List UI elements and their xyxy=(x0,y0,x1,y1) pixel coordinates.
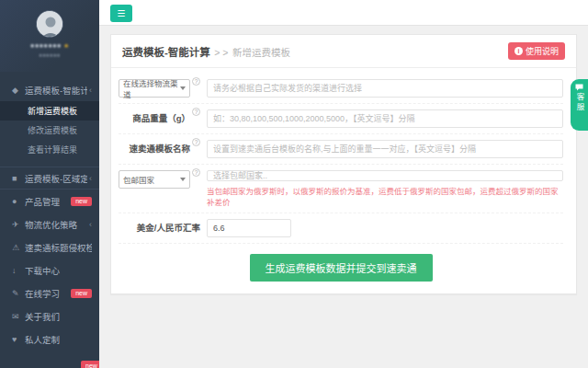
plane-icon: ✈ xyxy=(12,220,25,229)
sidebar-item-private-customization[interactable]: ♥ 私人定制 xyxy=(0,328,99,351)
download-icon: ↓ xyxy=(12,266,25,275)
envelope-icon: ✉ xyxy=(12,312,25,321)
sidebar-item-freight-smart-calc[interactable]: ◆ 运费模板-智能计算 ‹ xyxy=(0,78,99,101)
generate-submit-button[interactable]: 生成运费模板数据并提交到速卖通 xyxy=(250,254,433,282)
vip-badge-icon: ★ xyxy=(63,42,69,49)
sidebar-item-online-learning[interactable]: ✎ 在线学习 new xyxy=(0,282,99,305)
caret-down-icon xyxy=(180,178,186,181)
sidebar-item-label: 下载中心 xyxy=(25,264,92,277)
sidebar-subitem-label: 新增运费模板 xyxy=(28,105,77,117)
template-calc-icon: ◆ xyxy=(12,86,25,95)
template-name-label: 速卖通模板名称 xyxy=(129,140,190,158)
channel-input[interactable] xyxy=(207,79,563,98)
region-price-icon: ■ xyxy=(12,174,25,183)
exchange-rate-input[interactable] xyxy=(207,219,291,237)
product-icon: ● xyxy=(12,197,25,206)
person-photo xyxy=(37,11,63,38)
new-badge: new xyxy=(71,197,92,206)
exchange-rate-label: 美金/人民币汇率 xyxy=(137,219,200,237)
select-value: 在线选择物流渠道 xyxy=(123,77,180,99)
sidebar-item-product-management[interactable]: ● 产品管理 new xyxy=(0,190,99,213)
heart-icon: ♥ xyxy=(12,335,25,344)
breadcrumb-section: 运费模板-智能计算 xyxy=(122,47,210,58)
new-badge: new xyxy=(71,289,92,298)
sidebar-item-download-center[interactable]: ↓ 下载中心 xyxy=(0,259,99,282)
sidebar-item-label: 物流优化策略 xyxy=(25,218,87,231)
sidebar-item-label: 运费模板-智能计算 xyxy=(25,84,87,97)
breadcrumb-separator: > > xyxy=(214,47,228,58)
hamburger-icon: ☰ xyxy=(118,8,126,18)
form-card: 运费模板-智能计算 > > 新增运费模板 i 使用说明 在线选择物流渠道 xyxy=(110,34,577,294)
sidebar-item-label: 私人定制 xyxy=(25,333,92,346)
channel-select-wrap: 在线选择物流渠道 ? xyxy=(119,79,207,98)
info-icon: i xyxy=(514,47,523,55)
form-row-template-name: 速卖通模板名称 ? xyxy=(119,134,563,165)
sidebar-subitem-new-template[interactable]: 新增运费模板 xyxy=(0,101,99,121)
sidebar-item-label: 在线学习 xyxy=(25,287,67,300)
form-row-free-country: 包邮国家 ? 当包邮国家为俄罗斯时，以俄罗斯的报价为基准，运费低于俄罗斯的国家包… xyxy=(119,165,563,213)
sidebar-subitem-label: 修改运费模板 xyxy=(28,124,77,136)
form-footer: 生成运费模板数据并提交到速卖通 xyxy=(119,244,563,293)
avatar[interactable] xyxy=(36,10,63,38)
help-icon[interactable]: ? xyxy=(192,77,200,86)
card-header: 运费模板-智能计算 > > 新增运费模板 i 使用说明 xyxy=(111,35,576,68)
help-icon[interactable]: ? xyxy=(192,138,200,146)
user-subtitle: ●●●●●● xyxy=(0,52,99,58)
sidebar-subitem-view-results[interactable]: 查看计算结果 xyxy=(0,140,99,159)
sidebar-subitem-edit-template[interactable]: 修改运费模板 xyxy=(0,121,99,140)
sidebar-item-logistics-strategy[interactable]: ✈ 物流优化策略 ‹ xyxy=(0,213,99,236)
help-icon[interactable]: ? xyxy=(192,108,200,116)
username: ●●●●●●● ★ xyxy=(0,41,99,50)
chevron-left-icon: ‹ xyxy=(89,220,92,229)
customer-service-tab[interactable]: 客服 xyxy=(571,79,588,131)
chevron-left-icon: ‹ xyxy=(89,174,92,183)
template-name-label-wrap: 速卖通模板名称 ? xyxy=(119,140,207,158)
sidebar-item-title-infringement-check[interactable]: ⚠ 速卖通标题侵权检测 xyxy=(0,236,99,259)
service-label: 客服 xyxy=(574,93,584,112)
sidebar-toggle-button[interactable]: ☰ xyxy=(110,5,132,22)
usage-instructions-label: 使用说明 xyxy=(526,45,559,57)
study-icon: ✎ xyxy=(12,289,25,298)
breadcrumb-current: 新增运费模板 xyxy=(232,47,290,58)
sidebar-item-label: 速卖通标题侵权检测 xyxy=(25,241,92,254)
usage-instructions-button[interactable]: i 使用说明 xyxy=(508,42,565,60)
sidebar-item-label: 运费模板-区域定价 xyxy=(25,172,87,185)
sidebar-menu: ◆ 运费模板-智能计算 ‹ 新增运费模板 修改运费模板 查看计算结果 ■ 运费模… xyxy=(0,78,99,351)
form-row-exchange-rate: 美金/人民币汇率 xyxy=(119,213,563,244)
sidebar-item-label: 关于我们 xyxy=(25,310,92,323)
weight-input[interactable] xyxy=(207,109,563,128)
free-country-select-wrap: 包邮国家 ? xyxy=(119,170,207,189)
shipping-template-form: 在线选择物流渠道 ? 商品重量（g） ? xyxy=(111,68,576,293)
breadcrumb: 运费模板-智能计算 > > 新增运费模板 xyxy=(122,43,290,60)
username-text: ●●●●●●● xyxy=(30,41,62,50)
exchange-rate-label-wrap: 美金/人民币汇率 xyxy=(119,219,207,237)
free-country-select[interactable]: 包邮国家 xyxy=(119,170,190,189)
help-icon[interactable]: ? xyxy=(192,168,200,177)
logistics-channel-select[interactable]: 在线选择物流渠道 xyxy=(119,79,190,98)
russia-pricing-note: 当包邮国家为俄罗斯时，以俄罗斯的报价为基准，运费低于俄罗斯的国家包邮，运费超过俄… xyxy=(207,185,563,207)
weight-label: 商品重量（g） xyxy=(132,109,190,128)
warning-icon: ⚠ xyxy=(12,243,25,252)
sidebar-item-label: 产品管理 xyxy=(25,195,67,208)
weight-label-wrap: 商品重量（g） ? xyxy=(119,109,207,128)
free-country-field: 当包邮国家为俄罗斯时，以俄罗斯的报价为基准，运费低于俄罗斯的国家包邮，运费超过俄… xyxy=(207,170,563,207)
new-badge-partial: new xyxy=(81,361,99,368)
sidebar: ●●●●●●● ★ ●●●●●● ◆ 运费模板-智能计算 ‹ 新增运费模板 修改… xyxy=(0,0,99,368)
free-country-input[interactable] xyxy=(207,170,563,181)
sidebar-item-about-us[interactable]: ✉ 关于我们 xyxy=(0,305,99,328)
main-area: ☰ 运费模板-智能计算 > > 新增运费模板 i 使用说明 xyxy=(99,0,588,368)
user-profile: ●●●●●●● ★ ●●●●●● xyxy=(0,0,99,72)
chat-bubble-icon xyxy=(575,84,583,91)
sidebar-subitem-label: 查看计算结果 xyxy=(28,144,77,155)
form-row-weight: 商品重量（g） ? xyxy=(119,104,563,134)
select-value: 包邮国家 xyxy=(123,174,154,185)
chevron-left-icon: ‹ xyxy=(89,86,92,95)
template-name-input[interactable] xyxy=(207,140,563,158)
form-row-channel: 在线选择物流渠道 ? xyxy=(119,74,563,104)
topbar: ☰ xyxy=(99,0,588,26)
content: 运费模板-智能计算 > > 新增运费模板 i 使用说明 在线选择物流渠道 xyxy=(99,26,588,368)
caret-down-icon xyxy=(180,86,186,90)
sidebar-item-freight-region-price[interactable]: ■ 运费模板-区域定价 ‹ xyxy=(0,167,99,190)
